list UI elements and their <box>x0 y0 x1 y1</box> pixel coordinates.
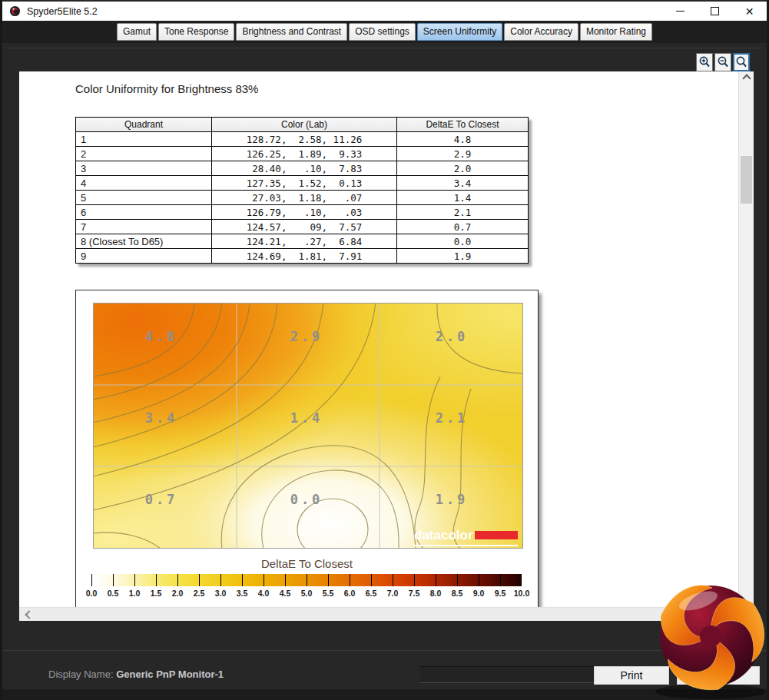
colorbar-tick <box>457 574 458 586</box>
colorbar-tick-label: 4.0 <box>252 589 275 598</box>
vertical-scroll-thumb[interactable] <box>741 156 752 204</box>
cell-quad: 6 <box>76 205 212 220</box>
cell-lab: 124.69, 1.81, 7.91 <box>212 249 397 264</box>
tab-color-accuracy[interactable]: Color Accuracy <box>504 23 578 41</box>
cell-lab: 126.79, .10, .03 <box>212 205 397 220</box>
footer-bottom-strip <box>2 689 767 700</box>
maximize-button[interactable] <box>698 2 732 21</box>
contour-plot-box: 4.82.92.03.41.42.10.70.01.9 datacolor De… <box>75 290 539 611</box>
colorbar-tick-label: 8.0 <box>424 589 447 598</box>
colorbar-tick-label: 9.0 <box>467 589 490 598</box>
table-row: 3 28.40, .10, 7.832.0 <box>76 161 529 176</box>
colorbar-tick-label: 7.0 <box>381 589 404 598</box>
close-button[interactable]: ✕ <box>732 2 767 21</box>
scroll-up-button[interactable] <box>739 71 754 85</box>
cell-delta: 0.7 <box>397 220 529 234</box>
cell-quad: 5 <box>76 191 212 205</box>
minimize-button[interactable] <box>663 2 698 21</box>
cell-delta: 3.4 <box>397 176 529 191</box>
tab-gamut[interactable]: Gamut <box>117 23 157 41</box>
colorbar-tick-label: 7.5 <box>403 589 426 598</box>
zoom-reset-button[interactable] <box>733 53 750 71</box>
colorbar-tick <box>113 574 114 586</box>
datacolor-red-bar <box>475 531 518 539</box>
horizontal-scrollbar[interactable] <box>19 607 738 621</box>
cell-delta: 4.8 <box>397 132 529 147</box>
display-name-label: Display Name: <box>48 668 114 680</box>
cell-quad: 1 <box>76 132 212 147</box>
colorbar-tick-label: 2.0 <box>166 589 189 598</box>
colorbar-tick <box>393 574 393 586</box>
scroll-left-button[interactable] <box>22 608 36 621</box>
cell-quad: 9 <box>76 249 212 264</box>
colorbar-tick-label: 5.5 <box>317 589 340 598</box>
print-button-label: Print <box>621 669 643 682</box>
report-page: Color Uniformity for Brightness 83% Quad… <box>19 71 738 621</box>
tab-screen-uniformity[interactable]: Screen Uniformity <box>417 23 502 41</box>
app-icon <box>9 5 21 17</box>
colorbar-tick <box>500 574 501 586</box>
colorbar-tick <box>328 574 329 586</box>
zoom-in-button[interactable] <box>696 53 713 71</box>
cell-quad: 2 <box>76 147 212 161</box>
app-window: Spyder5Elite 5.2 ✕ GamutTone ResponseBri… <box>0 0 769 700</box>
zoom-out-button[interactable] <box>714 53 731 71</box>
cell-delta: 1.9 <box>397 249 529 264</box>
tab-brightness-and-contrast[interactable]: Brightness and Contrast <box>236 23 347 41</box>
cell-quad: 7 <box>76 220 212 234</box>
table-row: 7124.57, 09, 7.570.7 <box>76 220 529 234</box>
colorbar-tick <box>220 574 221 586</box>
footer-divider <box>2 650 767 651</box>
cell-delta: 2.1 <box>397 205 529 220</box>
colorbar-tick <box>371 574 372 586</box>
cell-quad: 3 <box>76 161 212 176</box>
colorbar-labels: 0.00.51.01.52.02.53.03.54.04.55.05.56.06… <box>91 589 522 599</box>
colorbar-title: DeltaE To Closest <box>76 557 538 570</box>
footer-input-field[interactable] <box>419 666 594 683</box>
tab-tone-response[interactable]: Tone Response <box>158 23 234 41</box>
datacolor-underline <box>414 545 518 546</box>
quadrant-value-label: 3.4 <box>145 410 178 426</box>
colorbar-tick-label: 10.0 <box>510 589 533 598</box>
colorbar-tick-label: 0.5 <box>101 589 124 598</box>
quadrant-value-label: 2.1 <box>436 410 469 426</box>
display-name: Display Name: Generic PnP Monitor-1 <box>48 668 224 680</box>
vertical-scrollbar[interactable] <box>738 71 754 621</box>
tab-monitor-rating[interactable]: Monitor Rating <box>580 23 652 41</box>
table-row: 5 27.03, 1.18, .071.4 <box>76 191 529 205</box>
cell-quad: 8 (Closest To D65) <box>76 234 212 249</box>
page-title: Color Uniformity for Brightness 83% <box>75 82 258 95</box>
magnifier-icon <box>735 55 747 69</box>
tab-osd-settings[interactable]: OSD settings <box>349 23 416 41</box>
cell-lab: 127.35, 1.52, 0.13 <box>212 176 397 191</box>
zoom-toolbar <box>696 53 750 71</box>
colorbar-tick <box>479 574 479 586</box>
chevron-left-icon <box>25 610 33 619</box>
colorbar-tick <box>285 574 286 586</box>
colorbar-tick-label: 0.0 <box>80 589 103 598</box>
colorbar-tick-label: 8.5 <box>446 589 469 598</box>
colorbar-tick-label: 9.5 <box>489 589 512 598</box>
svg-text:datacolor: datacolor <box>414 528 473 542</box>
cell-lab: 28.40, .10, 7.83 <box>212 161 397 176</box>
colorbar-tick <box>264 574 264 586</box>
window-title: Spyder5Elite 5.2 <box>27 6 98 17</box>
column-header-color-lab: Color (Lab) <box>212 118 397 132</box>
colorbar-tick <box>177 574 178 586</box>
magnifier-minus-icon <box>717 55 729 69</box>
maximize-icon <box>711 7 719 15</box>
table-row: 9124.69, 1.81, 7.911.9 <box>76 249 529 264</box>
quadrant-value-label: 1.4 <box>290 410 323 426</box>
quadrant-value-label: 1.9 <box>436 492 469 507</box>
colorbar-tick <box>199 574 200 586</box>
spyder-logo <box>655 578 769 699</box>
magnifier-plus-icon <box>698 55 711 69</box>
colorbar-tick <box>414 574 415 586</box>
colorbar-tick-label: 5.0 <box>295 589 318 598</box>
minimize-icon <box>676 11 684 12</box>
column-header-quadrant: Quadrant <box>76 118 212 132</box>
colorbar-tick-label: 6.0 <box>338 589 361 598</box>
cell-lab: 126.25, 1.89, 9.33 <box>212 147 397 161</box>
table-row: 1128.72, 2.58, 11.264.8 <box>76 132 529 147</box>
table-header-row: Quadrant Color (Lab) DeltaE To Closest <box>76 118 529 132</box>
